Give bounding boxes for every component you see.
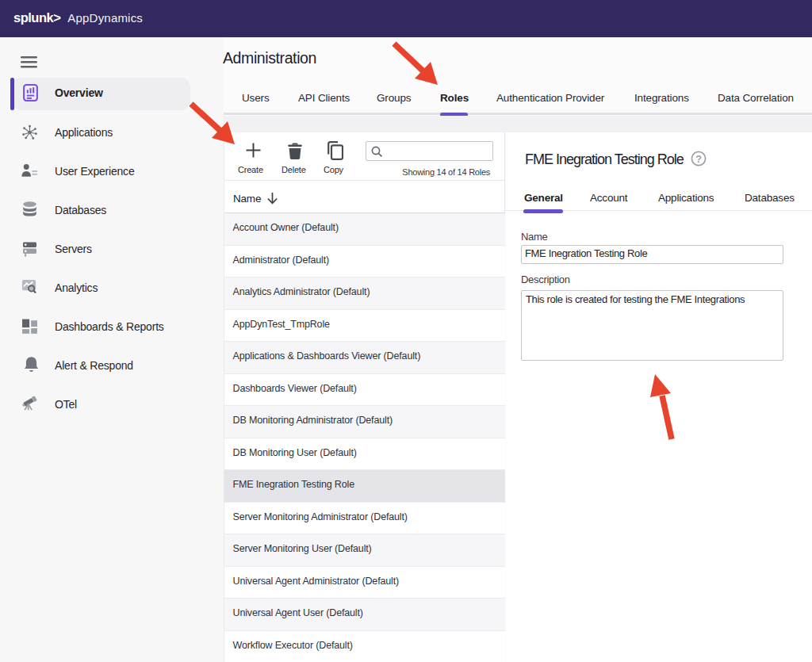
svg-text:?: ?	[695, 154, 702, 165]
